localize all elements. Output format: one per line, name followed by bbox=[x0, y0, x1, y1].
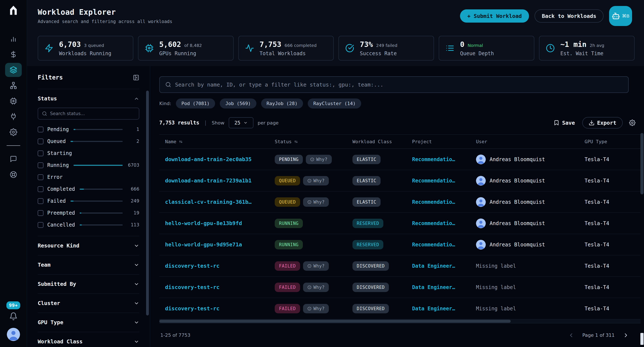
user-avatar[interactable] bbox=[7, 328, 20, 341]
table-row[interactable]: download-and-train-2ec0ab35PENDINGWhy?EL… bbox=[159, 149, 640, 170]
project-link[interactable]: Recommendatio… bbox=[412, 199, 476, 205]
user-name: Andreas Bloomquist bbox=[490, 156, 545, 162]
checkbox[interactable] bbox=[38, 127, 44, 132]
project-link[interactable]: Data Engineer… bbox=[412, 284, 476, 290]
checkbox[interactable] bbox=[38, 222, 44, 228]
status-search-input[interactable] bbox=[50, 111, 135, 116]
workload-name-link[interactable]: download-and-train-7239a1b1 bbox=[165, 178, 275, 184]
notifications-button[interactable]: 99+ bbox=[5, 303, 22, 320]
status-filter-item[interactable]: Running6703 bbox=[38, 159, 139, 171]
filters-title: Filters bbox=[38, 74, 63, 81]
table-row[interactable]: discovery-test-rcFAILEDWhy?DISCOVEREDDat… bbox=[159, 277, 640, 298]
workload-name-link[interactable]: discovery-test-rc bbox=[165, 284, 275, 290]
status-filter-item[interactable]: Preempted19 bbox=[38, 207, 139, 219]
checkbox[interactable] bbox=[38, 150, 44, 156]
table-row[interactable]: classical-cv-training-361b…QUEUEDWhy?ELA… bbox=[159, 191, 640, 213]
submit-workload-button[interactable]: + Submit Workload bbox=[460, 9, 529, 23]
prev-page-button[interactable] bbox=[568, 332, 574, 338]
why-button[interactable]: Why? bbox=[306, 155, 332, 164]
column-label: Name bbox=[165, 139, 176, 144]
why-button[interactable]: Why? bbox=[303, 197, 329, 207]
export-button[interactable]: Export bbox=[582, 117, 623, 129]
status-filter-item[interactable]: Error bbox=[38, 171, 139, 183]
stat-card-text: 73%249 failedSuccess Rate bbox=[360, 40, 397, 57]
page-size-select[interactable]: 25 bbox=[229, 117, 254, 128]
sidebar-item-plug[interactable] bbox=[5, 110, 22, 124]
status-filter-item[interactable]: Completed666 bbox=[38, 183, 139, 195]
project-link[interactable]: Recommendatio… bbox=[412, 242, 476, 248]
table-row[interactable]: download-and-train-7239a1b1QUEUEDWhy?ELA… bbox=[159, 170, 640, 191]
column-header-status[interactable]: Status bbox=[275, 139, 352, 144]
checkbox[interactable] bbox=[38, 210, 44, 216]
show-label: Show bbox=[212, 120, 224, 126]
workload-name-link[interactable]: discovery-test-rc bbox=[165, 305, 275, 312]
workload-name-link[interactable]: hello-world-gpu-8e13b9fd bbox=[165, 220, 275, 226]
list-icon bbox=[446, 44, 454, 53]
column-header-name[interactable]: Name bbox=[165, 139, 275, 144]
filter-section-workload-class[interactable]: Workload Class bbox=[38, 332, 139, 347]
sidebar-item-hierarchy[interactable] bbox=[5, 79, 22, 93]
status-filter-item[interactable]: Cancelled113 bbox=[38, 219, 139, 231]
why-button[interactable]: Why? bbox=[303, 283, 329, 292]
assistant-bot-button[interactable]: ⌘B bbox=[609, 6, 632, 26]
collapse-panel-button[interactable] bbox=[133, 74, 139, 81]
save-view-button[interactable]: Save bbox=[554, 120, 575, 126]
kind-chip[interactable]: RayJob (28) bbox=[261, 99, 303, 109]
checkbox[interactable] bbox=[38, 198, 44, 204]
filter-section-cluster[interactable]: Cluster bbox=[38, 293, 139, 313]
project-link[interactable]: Data Engineer… bbox=[412, 263, 476, 269]
table-row[interactable]: discovery-test-rcFAILEDWhy?DISCOVEREDDat… bbox=[159, 298, 640, 319]
sidebar-item-layers[interactable] bbox=[5, 63, 22, 77]
workload-name-link[interactable]: hello-world-gpu-9d95e71a bbox=[165, 241, 275, 248]
kind-label: Kind: bbox=[159, 101, 171, 106]
back-to-workloads-button[interactable]: Back to Workloads bbox=[534, 9, 604, 23]
project-link[interactable]: Recommendatio… bbox=[412, 156, 476, 162]
horizontal-scrollbar-thumb[interactable] bbox=[159, 320, 511, 323]
table-settings-button[interactable] bbox=[629, 120, 636, 126]
filter-section-submitted-by[interactable]: Submitted By bbox=[38, 274, 139, 293]
filter-section-gpu-type[interactable]: GPU Type bbox=[38, 313, 139, 332]
table-row[interactable]: hello-world-gpu-8e13b9fdRUNNINGRESERVEDR… bbox=[159, 213, 640, 234]
checkbox[interactable] bbox=[38, 174, 44, 180]
workload-name-link[interactable]: classical-cv-training-361b… bbox=[165, 199, 275, 205]
why-button[interactable]: Why? bbox=[303, 176, 329, 185]
project-link[interactable]: Data Engineer… bbox=[412, 306, 476, 312]
pagination-page-label: Page 1 of 311 bbox=[582, 332, 614, 338]
sidebar-item-bar-chart[interactable] bbox=[5, 32, 22, 46]
kind-chip[interactable]: RayCluster (14) bbox=[308, 99, 361, 109]
status-section-header[interactable]: Status bbox=[38, 96, 139, 102]
user-cell: Missing label bbox=[476, 263, 584, 269]
chevron-down-icon bbox=[134, 300, 139, 306]
dollar-icon bbox=[10, 51, 17, 58]
status-filter-item[interactable]: Failed249 bbox=[38, 195, 139, 207]
sidebar-item-gear[interactable] bbox=[5, 125, 22, 139]
project-link[interactable]: Recommendatio… bbox=[412, 220, 476, 226]
sidebar-item-chip[interactable] bbox=[5, 94, 22, 108]
filter-section-team[interactable]: Team bbox=[38, 255, 139, 274]
workload-name-link[interactable]: download-and-train-2ec0ab35 bbox=[165, 156, 275, 162]
next-page-button[interactable] bbox=[623, 332, 629, 338]
checkbox[interactable] bbox=[38, 162, 44, 168]
filters-scrollbar[interactable] bbox=[146, 91, 149, 315]
project-link[interactable]: Recommendatio… bbox=[412, 178, 476, 184]
global-search-input[interactable] bbox=[175, 82, 623, 88]
checkbox[interactable] bbox=[38, 186, 44, 192]
vertical-scrollbar-thumb[interactable] bbox=[640, 133, 644, 194]
sidebar-item-life-buoy[interactable] bbox=[5, 168, 22, 182]
status-filter-item[interactable]: Pending1 bbox=[38, 123, 139, 135]
why-button[interactable]: Why? bbox=[303, 261, 329, 271]
sidebar-item-dollar[interactable] bbox=[5, 47, 22, 61]
status-filter-item[interactable]: Starting bbox=[38, 147, 139, 159]
status-filter-item[interactable]: Queued2 bbox=[38, 135, 139, 147]
filter-section-resource-kind[interactable]: Resource Kind bbox=[38, 236, 139, 255]
user-cell: Missing label bbox=[476, 284, 584, 290]
kind-chip[interactable]: Pod (7081) bbox=[176, 99, 215, 109]
table-row[interactable]: hello-world-gpu-9d95e71aRUNNINGRESERVEDR… bbox=[159, 234, 640, 255]
sidebar-item-chat[interactable] bbox=[5, 152, 22, 166]
why-button[interactable]: Why? bbox=[303, 304, 329, 313]
kind-chip[interactable]: Job (569) bbox=[220, 99, 256, 109]
workload-name-link[interactable]: discovery-test-rc bbox=[165, 263, 275, 269]
checkbox[interactable] bbox=[38, 139, 44, 144]
table-body: download-and-train-2ec0ab35PENDINGWhy?EL… bbox=[159, 149, 640, 319]
table-row[interactable]: discovery-test-rcFAILEDWhy?DISCOVEREDDat… bbox=[159, 255, 640, 277]
